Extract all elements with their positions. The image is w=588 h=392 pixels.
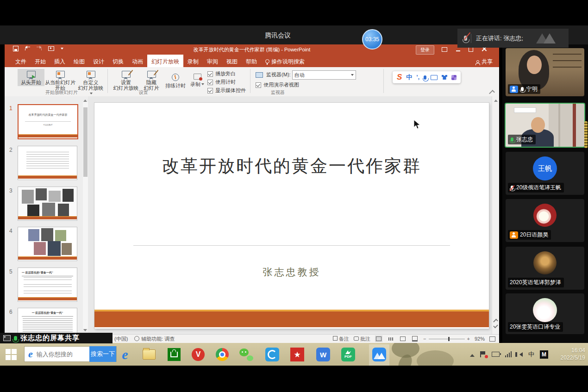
participant-tile[interactable]: 王帆 20级俄语笔译王帆 — [506, 152, 584, 195]
use-timings-checkbox[interactable]: 使用计时 — [207, 79, 236, 86]
zoom-percentage[interactable]: 92% — [475, 336, 485, 342]
participant-tile[interactable]: 2020英语笔译郭梦泽 — [506, 247, 584, 290]
ime-indicator[interactable]: 中 — [528, 350, 534, 359]
ime-toolbox-icon[interactable] — [451, 75, 457, 80]
notes-button[interactable]: 备注 — [333, 336, 349, 342]
normal-view-button[interactable] — [375, 336, 382, 342]
tencent-meeting-icon[interactable] — [372, 347, 387, 362]
start-button[interactable] — [6, 349, 17, 360]
avatar — [533, 251, 557, 274]
volume-icon[interactable] — [517, 352, 523, 357]
taskbar-clock[interactable]: 16:04 2022/5/19 — [561, 347, 585, 361]
previous-slide-icon[interactable] — [493, 319, 498, 324]
ime-mode-zh[interactable]: 中 — [406, 73, 412, 81]
ime-mic-icon[interactable] — [424, 75, 426, 80]
chaoxing-app-icon[interactable] — [265, 347, 280, 362]
tab-view[interactable]: 视图 — [222, 55, 242, 67]
use-presenter-view-checkbox[interactable]: 使用演示者视图 — [256, 81, 299, 88]
zoom-slider-thumb[interactable] — [448, 337, 450, 341]
scroll-up-icon[interactable] — [494, 98, 498, 102]
thumbnail-scrollbar-thumb[interactable] — [83, 107, 88, 177]
collapse-ribbon-icon[interactable] — [489, 90, 495, 96]
rehearse-icon — [172, 74, 179, 81]
from-beginning-button[interactable]: 从头开始 — [18, 69, 44, 86]
battery-icon[interactable] — [492, 352, 500, 357]
zoom-slider[interactable]: −+ — [423, 336, 470, 342]
action-center-flag-icon[interactable] — [480, 351, 486, 357]
from-current-button[interactable]: 从当前幻灯片开始 — [44, 69, 77, 92]
login-button[interactable]: 登录 — [416, 45, 434, 55]
scroll-up-icon[interactable] — [83, 98, 87, 102]
slide-nav-buttons[interactable] — [494, 318, 498, 329]
comments-button[interactable]: 批注 — [354, 336, 370, 342]
ime-keyboard-icon[interactable] — [431, 75, 438, 80]
chrome-icon[interactable] — [215, 347, 230, 362]
record-button[interactable]: 录制 — [188, 72, 206, 88]
microsoft-store-icon[interactable] — [167, 347, 181, 362]
slide-thumbnail-4[interactable] — [18, 227, 77, 261]
slide-thumbnail-6[interactable]: 一 应运而生的“黄金一代” — [18, 308, 77, 335]
slide-canvas[interactable]: 改革开放时代的黄金一代作家群 张志忠教授 — [94, 103, 489, 329]
hidden-icons-chevron[interactable] — [470, 352, 475, 357]
time: 16:04 — [561, 347, 585, 354]
tab-insert[interactable]: 插入 — [50, 55, 69, 67]
tab-record[interactable]: 录制 — [183, 55, 203, 67]
play-narrations-checkbox[interactable]: 播放旁白 — [207, 70, 236, 77]
slideshow-view-button[interactable] — [411, 336, 419, 342]
monitor-icon — [256, 72, 263, 78]
participant-tile-speaking[interactable]: 张志忠 — [505, 103, 585, 148]
search-go-button[interactable]: 搜索一下 — [89, 346, 116, 362]
custom-slideshow-icon — [87, 71, 95, 78]
hide-slide-button[interactable]: 隐藏幻灯片 — [140, 69, 163, 92]
fit-to-window-icon[interactable] — [489, 336, 495, 342]
slide-thumbnail-1[interactable]: 改革开放时代的黄金一代作家群 张志忠教授 — [18, 104, 78, 139]
sogou-ime-toolbar[interactable]: S 中 ’, — [393, 71, 461, 83]
setup-slideshow-button[interactable]: 设置幻灯片放映 — [111, 69, 141, 92]
slide-thumbnail-5[interactable]: 一 应运而生的“黄金一代” — [18, 268, 77, 302]
minimize-icon[interactable] — [456, 50, 460, 51]
slide-thumbnail-2[interactable] — [18, 146, 77, 180]
meeting-timer-badge[interactable]: 03:35 — [362, 29, 382, 50]
network-signal-icon[interactable] — [505, 351, 512, 357]
wechat-icon[interactable] — [239, 347, 254, 362]
tab-transitions[interactable]: 切换 — [108, 55, 128, 67]
ribbon-options-icon[interactable] — [442, 47, 447, 52]
tab-help[interactable]: 帮助 — [242, 55, 261, 67]
ime-punct-icon[interactable]: ’, — [416, 74, 419, 81]
xuexitong-icon[interactable]: ★ — [290, 347, 305, 362]
wps-icon[interactable]: W — [316, 347, 331, 362]
slide-sorter-view-button[interactable] — [387, 336, 394, 342]
participant-name: 20级俄语笔译王帆 — [516, 184, 561, 192]
sogou-logo[interactable]: S — [397, 73, 402, 82]
participant-tile[interactable]: 20日语颜昊 — [506, 199, 584, 242]
internet-explorer-icon[interactable]: e — [118, 347, 132, 362]
sogou-tray-icon[interactable]: M — [540, 350, 548, 359]
participant-tile[interactable]: 宁明 — [506, 48, 584, 96]
tab-file[interactable]: 文件 — [11, 55, 31, 67]
participants-sidebar: 宁明 张志忠 王帆 20级俄语笔译王帆 20日语颜昊 2020英语笔译郭梦泽 2… — [502, 44, 588, 343]
foxit-pdf-icon[interactable]: PDF — [341, 347, 356, 362]
search-input[interactable] — [36, 350, 89, 358]
participant-tile[interactable]: 20张雯英语口译专业 — [506, 293, 584, 334]
slide-thumbnail-3[interactable] — [18, 187, 77, 221]
file-explorer-icon[interactable] — [142, 347, 156, 362]
restore-icon[interactable] — [469, 47, 473, 52]
tab-tellme[interactable]: 操作说明搜索 — [261, 55, 309, 67]
next-slide-icon[interactable] — [493, 324, 498, 329]
tab-review[interactable]: 审阅 — [203, 55, 222, 67]
tab-animations[interactable]: 动画 — [128, 55, 147, 67]
reading-view-button[interactable] — [399, 336, 407, 342]
ime-skin-icon[interactable] — [442, 75, 447, 80]
canvas-scrollbar[interactable] — [492, 96, 499, 335]
monitor-select[interactable]: 自动 — [292, 70, 356, 80]
sidebar-scrollbar-thumb[interactable] — [584, 121, 588, 148]
tab-design[interactable]: 设计 — [89, 55, 108, 67]
rehearse-timings-button[interactable]: 排练计时 — [162, 72, 189, 89]
tab-home[interactable]: 开始 — [31, 55, 50, 67]
taskbar-search[interactable]: e 搜索一下 — [24, 346, 117, 362]
accessibility-status[interactable]: 辅助功能: 调查 — [134, 336, 175, 342]
share-button[interactable]: 共享 — [475, 58, 493, 66]
tab-slideshow[interactable]: 幻灯片放映 — [147, 55, 183, 67]
tab-draw[interactable]: 绘图 — [69, 55, 89, 67]
v-app-icon[interactable]: V — [191, 347, 206, 362]
